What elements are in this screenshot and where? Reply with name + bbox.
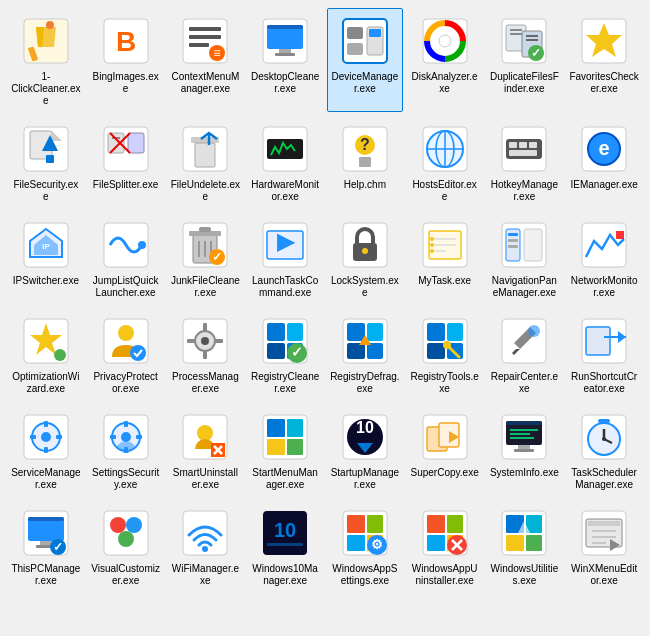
file-label-runshortcut: RunShortcutCreator.exe [569,371,639,395]
file-item-systeminfo[interactable]: SystemInfo.exe [487,404,563,496]
svg-text:10: 10 [356,419,374,436]
file-item-privacyprotector[interactable]: PrivacyProtector.exe [88,308,164,400]
file-label-diskanalyzer: DiskAnalyzer.exe [410,71,480,95]
file-item-hotkeymanager[interactable]: HotkeyManager.exe [487,116,563,208]
svg-point-139 [443,341,451,349]
file-item-supercopy[interactable]: SuperCopy.exe [407,404,483,496]
svg-rect-118 [187,339,195,343]
file-item-repaircenter[interactable]: RepairCenter.exe [487,308,563,400]
svg-rect-167 [287,419,303,437]
regclean-icon: ✓ [259,315,311,367]
file-label-optimizationwizard: OptimizationWizard.exe [11,371,81,395]
svg-text:?: ? [360,136,370,153]
startmenu-icon [259,411,311,463]
file-label-thispc: ThisPCManager.exe [11,563,81,587]
file-item-windowsutilities[interactable]: WindowsUtilities.exe [487,500,563,592]
svg-text:⚙: ⚙ [371,537,383,552]
file-item-jumplist[interactable]: JumpListQuickLauncher.exe [88,212,164,304]
file-item-favoriteschecker[interactable]: FavoritesChecker.exe [566,8,642,112]
file-label-launchtask: LaunchTaskCommand.exe [250,275,320,299]
file-item-smartuninstaller[interactable]: SmartUninstaller.exe [168,404,244,496]
file-label-smartuninstaller: SmartUninstaller.exe [171,467,241,491]
file-label-duplicatefinder: DuplicateFilesFinder.exe [490,71,560,95]
launch-icon: ▶ [259,219,311,271]
optimize-icon [20,315,72,367]
favorites-icon [578,15,630,67]
file-item-devicemanager[interactable]: DeviceManager.exe [327,8,403,112]
file-item-settingssecurity[interactable]: SettingsSecurity.exe [88,404,164,496]
svg-rect-216 [427,515,445,533]
svg-rect-102 [508,233,518,236]
file-label-registrycleaner: RegistryCleaner.exe [250,371,320,395]
file-item-ipswitcher[interactable]: IP IPSwitcher.exe [8,212,84,304]
svg-rect-39 [46,155,54,163]
file-label-supercopy: SuperCopy.exe [411,467,479,479]
file-item-windows10manager[interactable]: 10 Windows10Manager.exe [247,500,323,592]
file-item-windowsappsettings[interactable]: ⚙ WindowsAppSettings.exe [327,500,403,592]
file-label-windowsutilities: WindowsUtilities.exe [490,563,560,587]
file-item-fileundelete[interactable]: FileUndelete.exe [168,116,244,208]
filesecurity-icon [20,123,72,175]
process-icon [179,315,231,367]
file-item-startupmanager[interactable]: 10 StartupManager.exe [327,404,403,496]
file-item-1clickcleaner[interactable]: 1-ClickCleaner.exe [8,8,84,112]
file-item-thispc[interactable]: ✓ ThisPCManager.exe [8,500,84,592]
svg-rect-226 [506,535,524,551]
file-item-networkmonitor[interactable]: NetworkMonitor.exe [566,212,642,304]
svg-rect-28 [510,33,522,35]
svg-point-24 [439,35,451,47]
file-item-hardwaremonitor[interactable]: HardwareMonitor.exe [247,116,323,208]
file-item-navigationpane[interactable]: NavigationPaneManager.exe [487,212,563,304]
file-label-systeminfo: SystemInfo.exe [490,467,559,479]
smartuninstall-icon [179,411,231,463]
file-item-registrycleaner[interactable]: ✓ RegistryCleaner.exe [247,308,323,400]
file-item-locksystem[interactable]: LockSystem.exe [327,212,403,304]
file-item-startmenumanager[interactable]: StartMenuManager.exe [247,404,323,496]
file-label-windows10manager: Windows10Manager.exe [250,563,320,587]
svg-rect-135 [427,343,445,359]
file-item-desktopcleaner[interactable]: DesktopCleaner.exe [247,8,323,112]
file-item-filesplitter[interactable]: FileSplitter.exe [88,116,164,208]
svg-point-98 [430,249,434,253]
file-item-bingimages[interactable]: B BingImages.exe [88,8,164,112]
file-item-contextmenu[interactable]: ≡ ContextMenuManager.exe [168,8,244,112]
svg-rect-191 [598,419,610,423]
file-item-servicemanager[interactable]: ServiceManager.exe [8,404,84,496]
svg-point-109 [54,349,66,361]
svg-rect-183 [510,437,534,439]
svg-rect-117 [203,351,207,359]
file-item-processmanager[interactable]: ProcessManager.exe [168,308,244,400]
file-item-taskscheduler[interactable]: TaskSchedulerManager.exe [566,404,642,496]
svg-rect-30 [526,35,538,37]
file-item-launchtask[interactable]: ▶ LaunchTaskCommand.exe [247,212,323,304]
file-item-duplicatefinder[interactable]: ✓ DuplicateFilesFinder.exe [487,8,563,112]
file-item-optimizationwizard[interactable]: OptimizationWizard.exe [8,308,84,400]
file-item-iemanager[interactable]: e IEManager.exe [566,116,642,208]
file-label-navigationpane: NavigationPaneManager.exe [490,275,560,299]
svg-rect-194 [28,517,64,521]
file-label-desktopcleaner: DesktopCleaner.exe [250,71,320,95]
file-item-windowsappuninstaller[interactable]: WindowsAppUninstaller.exe [407,500,483,592]
file-item-helpchm[interactable]: ? Help.chm [327,116,403,208]
file-item-registrytools[interactable]: RegistryTools.exe [407,308,483,400]
file-item-visualcustomizer[interactable]: VisualCustomizer.exe [88,500,164,592]
svg-point-161 [197,425,213,441]
file-item-wifimanager[interactable]: WiFiManager.exe [168,500,244,592]
svg-rect-134 [427,323,445,341]
navpane-icon [498,219,550,271]
file-item-winxmenueditor[interactable]: WinXMenuEditor.exe [566,500,642,592]
svg-point-190 [602,437,606,441]
file-item-junkfilecleaner[interactable]: ✓ JunkFileCleaner.exe [168,212,244,304]
svg-point-96 [430,237,434,241]
file-item-diskanalyzer[interactable]: DiskAnalyzer.exe [407,8,483,112]
file-label-servicemanager: ServiceManager.exe [11,467,81,491]
file-item-hostseditor[interactable]: HostsEditor.exe [407,116,483,208]
duplicate-icon: ✓ [498,15,550,67]
file-label-contextmenu: ContextMenuManager.exe [171,71,241,95]
file-label-hostseditor: HostsEditor.exe [410,179,480,203]
wappuninstall-icon [419,507,471,559]
file-item-runshortcut[interactable]: RunShortcutCreator.exe [566,308,642,400]
file-item-registrydefrag[interactable]: RegistryDefrag.exe [327,308,403,400]
file-item-filesecurity[interactable]: FileSecurity.exe [8,116,84,208]
file-item-mytask[interactable]: MyTask.exe [407,212,483,304]
